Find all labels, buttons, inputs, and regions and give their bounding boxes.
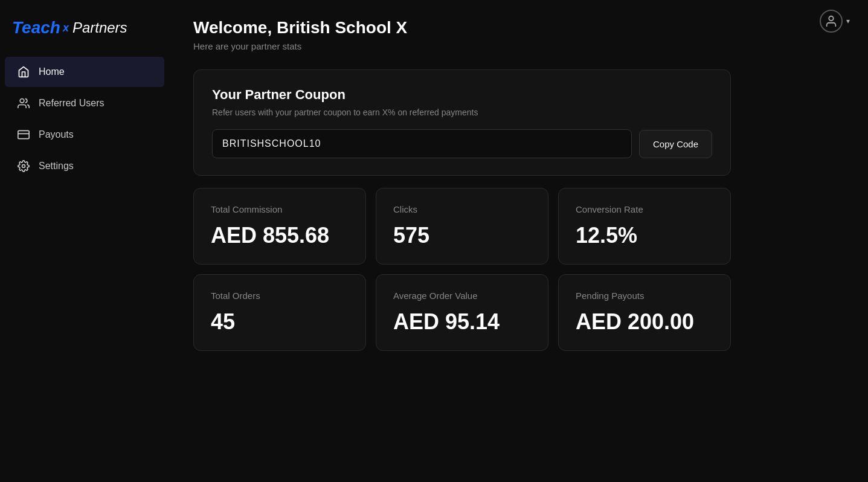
stat-label-average-order-value: Average Order Value <box>393 291 531 301</box>
stat-card-average-order-value: Average Order ValueAED 95.14 <box>376 274 548 351</box>
stat-card-total-commission: Total CommissionAED 855.68 <box>193 188 366 265</box>
sidebar-item-referred-users-label: Referred Users <box>39 98 104 109</box>
sidebar-nav: Home Referred Users Payout <box>0 56 169 182</box>
user-menu-chevron-icon: ▾ <box>846 17 850 25</box>
stats-row-1: Total CommissionAED 855.68Clicks575Conve… <box>193 188 731 265</box>
stat-value-average-order-value: AED 95.14 <box>393 309 531 335</box>
coupon-title: Your Partner Coupon <box>212 87 712 103</box>
user-avatar <box>820 10 843 33</box>
payouts-icon <box>17 128 30 141</box>
settings-icon <box>17 159 30 173</box>
logo-partners-text: Partners <box>72 19 127 36</box>
stat-value-clicks: 575 <box>393 223 531 248</box>
stat-card-total-orders: Total Orders45 <box>193 274 366 351</box>
page-subtitle: Here are your partner stats <box>193 41 844 51</box>
page-title: Welcome, British School X <box>193 18 844 37</box>
sidebar: Teachx Partners Home <box>0 0 169 482</box>
coupon-code-input[interactable] <box>212 129 632 158</box>
copy-code-button[interactable]: Copy Code <box>639 130 712 158</box>
stat-value-conversion-rate: 12.5% <box>576 223 713 248</box>
sidebar-item-payouts-label: Payouts <box>39 129 74 140</box>
coupon-card: Your Partner Coupon Refer users with you… <box>193 69 731 176</box>
sidebar-item-settings[interactable]: Settings <box>5 151 164 181</box>
stat-card-conversion-rate: Conversion Rate12.5% <box>558 188 731 265</box>
logo-teach-text: Teach <box>12 18 60 37</box>
stat-label-pending-payouts: Pending Payouts <box>576 291 713 301</box>
stat-value-total-commission: AED 855.68 <box>211 223 349 248</box>
topbar: ▾ <box>802 0 868 42</box>
stat-value-total-orders: 45 <box>211 309 349 335</box>
sidebar-item-home[interactable]: Home <box>5 57 164 87</box>
sidebar-item-settings-label: Settings <box>39 161 74 172</box>
coupon-description: Refer users with your partner coupon to … <box>212 108 712 117</box>
referred-users-icon <box>17 97 30 110</box>
page-header: Welcome, British School X Here are your … <box>193 18 844 51</box>
stat-label-clicks: Clicks <box>393 204 531 214</box>
coupon-input-row: Copy Code <box>212 129 712 158</box>
user-menu-button[interactable]: ▾ <box>820 10 850 33</box>
stat-value-pending-payouts: AED 200.00 <box>576 309 713 335</box>
stat-label-total-commission: Total Commission <box>211 204 349 214</box>
logo: Teachx Partners <box>0 12 169 56</box>
sidebar-item-payouts[interactable]: Payouts <box>5 120 164 150</box>
svg-point-0 <box>20 99 24 103</box>
sidebar-item-referred-users[interactable]: Referred Users <box>5 88 164 118</box>
home-icon <box>17 65 30 79</box>
svg-rect-1 <box>18 130 29 138</box>
stat-card-clicks: Clicks575 <box>376 188 548 265</box>
stat-label-total-orders: Total Orders <box>211 291 349 301</box>
main-content: ▾ Welcome, British School X Here are you… <box>169 0 868 482</box>
logo-x-text: x <box>63 22 69 34</box>
svg-point-4 <box>829 16 833 21</box>
svg-point-3 <box>22 165 25 168</box>
sidebar-item-home-label: Home <box>39 66 65 77</box>
stat-card-pending-payouts: Pending PayoutsAED 200.00 <box>558 274 731 351</box>
stat-label-conversion-rate: Conversion Rate <box>576 204 713 214</box>
stats-row-2: Total Orders45Average Order ValueAED 95.… <box>193 274 731 351</box>
